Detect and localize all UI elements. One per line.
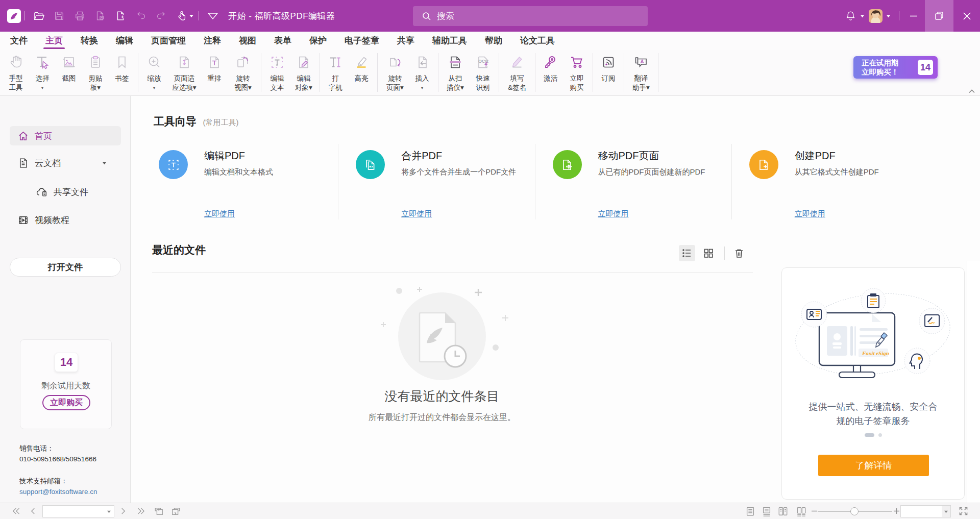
sidebar-item-home[interactable]: 首页 bbox=[10, 126, 121, 145]
open-folder-button[interactable] bbox=[29, 6, 49, 26]
tool-card-edit-pdf[interactable]: 编辑PDF 编辑文档和文本格式 立即使用 bbox=[141, 144, 338, 219]
scrollbar-track[interactable] bbox=[967, 261, 980, 503]
ribbon-snapshot[interactable]: 截图 bbox=[57, 52, 81, 92]
page-combo-caret-icon[interactable] bbox=[104, 506, 114, 517]
sidebar-item-shared-files[interactable]: 共享文件 bbox=[10, 183, 121, 201]
ribbon-bookmark[interactable]: 书签 bbox=[110, 52, 134, 92]
menu-paper-tools[interactable]: 论文工具 bbox=[520, 32, 555, 50]
zoom-slider-knob[interactable] bbox=[850, 507, 859, 515]
minimize-button[interactable] bbox=[902, 0, 925, 32]
search-box[interactable] bbox=[413, 6, 648, 26]
collapse-ribbon-icon[interactable] bbox=[968, 88, 976, 94]
menu-accessibility[interactable]: 辅助工具 bbox=[432, 32, 467, 50]
book-view-button[interactable] bbox=[794, 503, 809, 519]
ribbon-reflow[interactable]: 重排 bbox=[203, 52, 226, 92]
facing-view-button[interactable] bbox=[775, 503, 791, 519]
menu-home[interactable]: 主页 bbox=[45, 32, 63, 50]
first-page-button[interactable] bbox=[9, 503, 22, 519]
cloud-docs-caret-icon[interactable] bbox=[102, 161, 107, 165]
create-pdf-button[interactable] bbox=[110, 6, 131, 26]
next-page-button[interactable] bbox=[117, 503, 129, 519]
bell-caret-icon[interactable] bbox=[860, 14, 865, 18]
save-button[interactable] bbox=[49, 6, 69, 26]
ribbon-clipboard[interactable]: 剪贴板▾ bbox=[84, 52, 107, 92]
hand-tool-caret-icon[interactable] bbox=[189, 14, 194, 18]
undo-button[interactable] bbox=[131, 6, 151, 26]
next-view-button[interactable] bbox=[168, 503, 184, 519]
menu-share[interactable]: 共享 bbox=[397, 32, 414, 50]
learn-more-button[interactable]: 了解详情 bbox=[818, 455, 929, 476]
avatar[interactable] bbox=[869, 9, 883, 23]
carousel-dot[interactable] bbox=[878, 433, 882, 437]
ribbon-mode-icon[interactable] bbox=[203, 6, 223, 26]
ribbon-subscribe[interactable]: 订阅 bbox=[597, 52, 620, 83]
use-now-link[interactable]: 立即使用 bbox=[795, 209, 825, 219]
ribbon-from-scanner[interactable]: 从扫描仪▾ bbox=[443, 52, 468, 92]
open-file-button[interactable]: 打开文件 bbox=[10, 258, 121, 277]
use-now-link[interactable]: 立即使用 bbox=[204, 209, 235, 219]
search-input[interactable] bbox=[437, 11, 631, 21]
restore-button[interactable] bbox=[925, 0, 953, 32]
menu-help[interactable]: 帮助 bbox=[485, 32, 502, 50]
menu-form[interactable]: 表单 bbox=[274, 32, 291, 50]
menu-esign[interactable]: 电子签章 bbox=[345, 32, 379, 50]
ribbon-fit-page[interactable]: 页面适应选项▾ bbox=[169, 52, 200, 92]
carousel-dot-active[interactable] bbox=[865, 433, 874, 437]
menu-edit[interactable]: 编辑 bbox=[116, 32, 133, 50]
sidebar-item-video-tutorials[interactable]: 视频教程 bbox=[10, 211, 121, 229]
last-page-button[interactable] bbox=[134, 503, 148, 519]
ribbon-activate[interactable]: 激活 bbox=[540, 52, 562, 92]
sidebar-item-cloud-docs[interactable]: 云文档 bbox=[10, 154, 121, 171]
menu-convert[interactable]: 转换 bbox=[81, 32, 98, 50]
tool-card-move-pdf[interactable]: 移动PDF页面 从已有的PDF页面创建新的PDF 立即使用 bbox=[535, 144, 731, 219]
menu-view[interactable]: 视图 bbox=[239, 32, 256, 50]
redo-button[interactable] bbox=[151, 6, 172, 26]
ribbon-translate[interactable]: 翻译助手▾ bbox=[628, 52, 654, 92]
ribbon-edit-text[interactable]: 编辑文本 bbox=[265, 52, 289, 92]
use-now-link[interactable]: 立即使用 bbox=[401, 209, 432, 219]
zoom-combo-caret-icon[interactable] bbox=[942, 506, 950, 517]
menu-comment[interactable]: 注释 bbox=[204, 32, 221, 50]
grid-view-button[interactable] bbox=[700, 245, 717, 261]
menu-page-management[interactable]: 页面管理 bbox=[151, 32, 186, 50]
ribbon-typewriter[interactable]: 打字机 bbox=[324, 52, 347, 92]
esign-illustration: Foxit eSign bbox=[782, 283, 965, 393]
list-view-button[interactable] bbox=[679, 245, 695, 261]
trial-badge[interactable]: 正在试用期 立即购买！ 14 bbox=[853, 56, 938, 79]
page-number-input[interactable] bbox=[43, 506, 104, 517]
support-email-link[interactable]: support@foxitsoftware.cn bbox=[19, 486, 97, 497]
continuous-view-button[interactable] bbox=[759, 503, 774, 519]
export-pdf-button[interactable] bbox=[90, 6, 110, 26]
fullscreen-button[interactable] bbox=[955, 503, 971, 519]
single-page-view-button[interactable] bbox=[743, 503, 758, 519]
close-button[interactable] bbox=[953, 0, 980, 32]
menu-file[interactable]: 文件 bbox=[10, 32, 28, 50]
previous-view-button[interactable] bbox=[151, 503, 166, 519]
buy-now-button[interactable]: 立即购买 bbox=[42, 395, 90, 410]
ribbon-hand-tool[interactable]: 手型工具 bbox=[4, 52, 28, 92]
zoom-in-button[interactable] bbox=[892, 503, 901, 519]
ribbon-highlight[interactable]: 高亮 bbox=[350, 52, 373, 92]
ribbon-buy-now[interactable]: 立即购买 bbox=[565, 52, 589, 92]
avatar-caret-icon[interactable] bbox=[886, 14, 891, 18]
tool-card-create-pdf[interactable]: 创建PDF 从其它格式文件创建PDF 立即使用 bbox=[731, 144, 928, 219]
ribbon-insert-page[interactable]: 插入▾ bbox=[410, 52, 434, 92]
page-number-combo[interactable] bbox=[42, 505, 114, 517]
bell-icon[interactable] bbox=[843, 6, 858, 26]
menu-protect[interactable]: 保护 bbox=[309, 32, 327, 50]
ribbon-rotate-view[interactable]: 旋转视图▾ bbox=[229, 52, 257, 92]
ribbon-fill-sign[interactable]: 填写&签名 bbox=[503, 52, 531, 92]
ribbon-ocr[interactable]: OCR 快速识别 bbox=[471, 52, 495, 92]
use-now-link[interactable]: 立即使用 bbox=[598, 209, 629, 219]
prev-page-button[interactable] bbox=[27, 503, 39, 519]
ribbon-rotate-page[interactable]: 旋转页面▾ bbox=[382, 52, 408, 92]
ribbon-edit-object[interactable]: 编辑对象▾ bbox=[292, 52, 315, 92]
zoom-level-input[interactable] bbox=[901, 506, 942, 517]
zoom-level-combo[interactable] bbox=[900, 505, 951, 517]
clear-recent-button[interactable] bbox=[731, 245, 747, 261]
reflow-icon bbox=[206, 52, 223, 72]
ribbon-zoom[interactable]: 缩放▾ bbox=[142, 52, 166, 92]
print-button[interactable] bbox=[69, 6, 90, 26]
ribbon-select-tool[interactable]: 选择▾ bbox=[31, 52, 54, 92]
tool-card-merge-pdf[interactable]: 合并PDF 将多个文件合并生成一个PDF文件 立即使用 bbox=[338, 144, 534, 219]
